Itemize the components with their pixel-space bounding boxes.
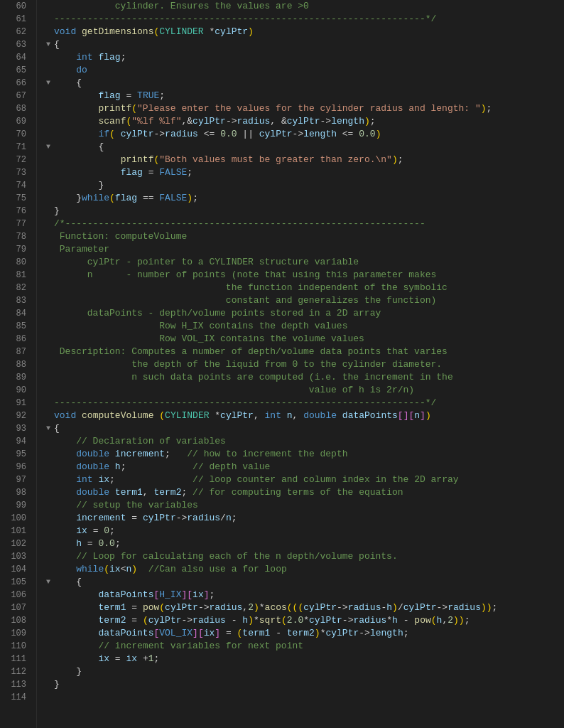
- line-number: 112: [0, 665, 31, 678]
- code-content: void getDimensions(CYLINDER *cylPtr): [54, 26, 564, 38]
- code-line: while(ix<n) //Can also use a for loop: [43, 563, 564, 576]
- code-line: int ix; // loop counter and column index…: [43, 473, 564, 486]
- code-content: dataPoints - depth/volume points stored …: [54, 307, 564, 320]
- code-content: the depth of the liquid from 0 to the cy…: [54, 358, 564, 371]
- code-content: while(ix<n) //Can also use a for loop: [54, 563, 564, 576]
- code-content: increment = cylPtr->radius/n;: [54, 512, 564, 525]
- code-line: if( cylPtr->radius <= 0.0 || cylPtr->len…: [43, 128, 564, 141]
- code-line: }: [43, 678, 564, 691]
- line-number: 85: [0, 320, 31, 333]
- code-content: ----------------------------------------…: [54, 13, 564, 26]
- code-content: value of h is 2r/n): [54, 384, 564, 397]
- line-number: 94: [0, 435, 31, 448]
- code-content: term2 = (cylPtr->radius - h)*sqrt(2.0*cy…: [54, 614, 564, 627]
- code-line: cylinder. Ensures the values are >0: [43, 0, 564, 13]
- code-line: dataPoints - depth/volume points stored …: [43, 307, 564, 320]
- code-content: /*--------------------------------------…: [54, 218, 564, 230]
- line-number: 110: [0, 640, 31, 653]
- code-content: the function independent of the symbolic: [54, 282, 564, 294]
- code-content: ix = ix +1;: [54, 653, 564, 665]
- line-number: 79: [0, 243, 31, 256]
- line-number: 100: [0, 512, 31, 525]
- code-line: dataPoints[H_IX][ix];: [43, 589, 564, 601]
- code-line: ix = ix +1;: [43, 653, 564, 665]
- code-content: int ix; // loop counter and column index…: [54, 473, 564, 486]
- line-number: 97: [0, 473, 31, 486]
- line-number: 89: [0, 371, 31, 384]
- code-content: Row H_IX contains the depth values: [54, 320, 564, 333]
- code-content: flag = FALSE;: [54, 166, 564, 179]
- code-line: term2 = (cylPtr->radius - h)*sqrt(2.0*cy…: [43, 614, 564, 627]
- line-number: 66: [0, 77, 31, 90]
- line-number: 108: [0, 614, 31, 627]
- line-number: 109: [0, 627, 31, 640]
- code-line: value of h is 2r/n): [43, 384, 564, 397]
- line-number: 113: [0, 678, 31, 691]
- code-line: double term1, term2; // for computing te…: [43, 486, 564, 499]
- line-number: 91: [0, 397, 31, 410]
- line-number: 70: [0, 128, 31, 141]
- code-line: term1 = pow(cylPtr->radius,2)*acos(((cyl…: [43, 601, 564, 614]
- line-number: 78: [0, 230, 31, 243]
- code-content: double h; // depth value: [54, 461, 564, 473]
- line-number: 86: [0, 333, 31, 346]
- fold-gutter[interactable]: ▼: [43, 77, 54, 90]
- line-number: 61: [0, 13, 31, 26]
- code-line: // increment variables for next point: [43, 640, 564, 653]
- line-number: 67: [0, 90, 31, 102]
- fold-gutter[interactable]: ▼: [43, 38, 54, 51]
- code-line: ----------------------------------------…: [43, 13, 564, 26]
- line-number: 114: [0, 691, 31, 704]
- line-numbers: 6061626364656667686970717273747576777879…: [0, 0, 37, 728]
- code-content: }: [54, 678, 564, 691]
- line-number: 73: [0, 166, 31, 179]
- line-number: 83: [0, 294, 31, 307]
- line-number: 68: [0, 102, 31, 115]
- code-content: Parameter: [54, 243, 564, 256]
- code-content: n - number of points (note that using th…: [54, 269, 564, 282]
- line-number: 106: [0, 589, 31, 601]
- code-content: double increment; // how to increment th…: [54, 448, 564, 461]
- code-content: {: [54, 77, 564, 90]
- line-number: 72: [0, 154, 31, 166]
- code-line: [43, 691, 564, 704]
- line-number: 71: [0, 141, 31, 154]
- line-number: 88: [0, 358, 31, 371]
- code-content: }: [54, 179, 564, 192]
- code-content: {: [54, 38, 564, 51]
- line-number: 87: [0, 346, 31, 358]
- code-line: int flag;: [43, 51, 564, 64]
- code-line: void computeVolume (CYLINDER *cylPtr, in…: [43, 410, 564, 422]
- fold-gutter[interactable]: ▼: [43, 576, 54, 589]
- code-area[interactable]: cylinder. Ensures the values are >0-----…: [37, 0, 564, 728]
- code-line: Parameter: [43, 243, 564, 256]
- code-content: if( cylPtr->radius <= 0.0 || cylPtr->len…: [54, 128, 564, 141]
- line-number: 65: [0, 64, 31, 77]
- code-content: n such data points are computed (i.e. th…: [54, 371, 564, 384]
- line-number: 74: [0, 179, 31, 192]
- code-line: n such data points are computed (i.e. th…: [43, 371, 564, 384]
- line-number: 102: [0, 537, 31, 550]
- code-line: printf("Please enter the values for the …: [43, 102, 564, 115]
- code-content: {: [54, 576, 564, 589]
- line-number: 90: [0, 384, 31, 397]
- code-editor: 6061626364656667686970717273747576777879…: [0, 0, 564, 728]
- code-line: double h; // depth value: [43, 461, 564, 473]
- code-line: ▼ {: [43, 576, 564, 589]
- code-line: }: [43, 179, 564, 192]
- line-number: 81: [0, 269, 31, 282]
- fold-gutter[interactable]: ▼: [43, 141, 54, 154]
- code-line: Row H_IX contains the depth values: [43, 320, 564, 333]
- code-content: // increment variables for next point: [54, 640, 564, 653]
- code-line: // Declaration of variables: [43, 435, 564, 448]
- code-line: the function independent of the symbolic: [43, 282, 564, 294]
- code-content: cylPtr - pointer to a CYLINDER structure…: [54, 256, 564, 269]
- line-number: 95: [0, 448, 31, 461]
- code-line: scanf("%lf %lf",&cylPtr->radius, &cylPtr…: [43, 115, 564, 128]
- code-line: Function: computeVolume: [43, 230, 564, 243]
- line-number: 76: [0, 205, 31, 218]
- code-line: ▼ {: [43, 77, 564, 90]
- code-line: // Loop for calculating each of the n de…: [43, 550, 564, 563]
- fold-gutter[interactable]: ▼: [43, 422, 54, 435]
- code-line: // setup the variables: [43, 499, 564, 512]
